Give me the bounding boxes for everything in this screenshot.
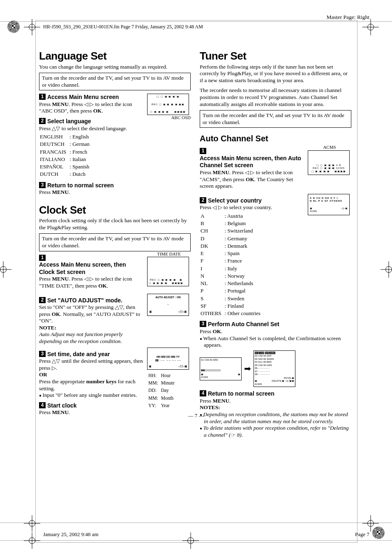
right-column: Tuner Set Perform the following steps on…: [200, 49, 351, 438]
auto-adjust-figure: AUTO ADJUST : ON – ▣◁▽▷▣: [147, 294, 189, 316]
master-page-label: Master Page: Right: [327, 14, 369, 21]
acs-step4-title: Return to normal screen: [208, 390, 274, 398]
registration-mark-icon: [362, 19, 379, 35]
acs-step3-bullet: When Auto Channel Set is completed, the …: [200, 335, 351, 349]
registration-mark-icon: [0, 261, 12, 278]
filename-header: HR-J590_593_290_293EU-001EN.fm Page 7 Fr…: [43, 24, 203, 30]
abc-osd-caption: ABC OSD: [147, 115, 191, 121]
note-body: Auto Adjust may not function properly de…: [39, 331, 143, 345]
acms-caption: ACMS: [308, 145, 351, 150]
clock-set-title: Clock Set: [39, 203, 191, 217]
note-label: NOTE:: [39, 325, 143, 332]
clock-step3-body1: Press △▽ until the desired setting appea…: [39, 358, 143, 371]
step-number-3: 3: [200, 321, 206, 327]
page-number: — 7 —: [0, 412, 392, 419]
step3-body: Press MENU.: [39, 189, 191, 196]
clock-step2-body: Set to "ON" or "OFF" by pressing △▽, the…: [39, 304, 143, 325]
step-number-1: 1: [39, 94, 46, 100]
progress-figure: 01 C03 00 ARD ▮▮▮▯▯▯▯▯▯▯▯▯▯▯▯▯ ▣ACMS▣: [200, 357, 242, 380]
clock-step1-body: Press MENU. Press ◁ ▷ to select the icon…: [39, 276, 143, 289]
time-date-caption: TIME DATE: [147, 251, 191, 257]
abc-osd-figure: ▢ ▢ ▣ ▣ ▣ ▣ REC ▢ ▣ ▣ ▣ ▣ ▣▣ ▢ ▣ ▣ ▣ ▣ ▣…: [147, 94, 189, 115]
footer-page: Page 7: [355, 531, 369, 538]
registration-mark-icon: [24, 19, 40, 35]
acs-step2-body: Press ◁ ▷ to select your country.: [200, 204, 304, 211]
tuner-intro-2: The recorder needs to memorise all neces…: [200, 87, 351, 108]
arrow-right-icon: ➡: [244, 364, 251, 374]
registration-mark-icon: [24, 515, 40, 532]
step2-body: Press △▽ to select the desired language.: [39, 125, 143, 132]
acms-figure: ▢ ▢ ▣ ▣ ▣ A BREC ▢ ▣ ▣ ▣ ACMS▢ ▣ ▣ ▣ ▣ ▣…: [308, 150, 350, 175]
step-number-3: 3: [39, 351, 46, 357]
step-number-3: 3: [39, 182, 46, 188]
country-table: A: AustriaB: BelgiumCH: SwitzerlandD: Ge…: [200, 212, 264, 318]
clock-precondition-box: Turn on the recorder and the TV, and set…: [39, 233, 191, 251]
acs-step3-body: Press OK.: [200, 328, 351, 335]
confirmation-figures: 01 C03 00 ARD ▮▮▮▯▯▯▯▯▯▯▯▯▯▯▯▯ ▣ACMS▣ ➡ …: [200, 350, 351, 387]
tuner-set-title: Tuner Set: [200, 49, 351, 63]
language-set-intro: You can change the language setting manu…: [39, 64, 191, 71]
registration-mark-icon: [380, 261, 392, 278]
clock-set-intro: Perform clock setting only if the clock …: [39, 217, 191, 231]
confirmation-figure: 01 C03 00 ARD02 C02 00 ZDF03 S40 00 WDR3…: [254, 350, 295, 387]
step-number-2: 2: [200, 197, 206, 203]
acs-step4-body: Press MENU.: [200, 398, 351, 405]
country-select-figure: A B CH D DK E F I N NL P S SF OTHERS ▣AC…: [308, 194, 350, 215]
acs-step1-body: Press MENU. Press ◁ ▷ to select the icon…: [200, 169, 304, 190]
clock-step4-title: Start clock: [47, 402, 77, 410]
step-number-4: 4: [39, 402, 46, 408]
tuner-precondition-box: Turn on the recorder and the TV, and set…: [200, 110, 351, 128]
step-number-2: 2: [39, 297, 46, 303]
step-number-1: 1: [200, 148, 206, 154]
time-legend: HH:HourMM:MinuteDD:DayMM:MonthYY:Year: [147, 371, 177, 410]
registration-sunburst-icon: [7, 21, 20, 33]
step3-title: Return to normal screen: [47, 182, 114, 189]
tuner-intro-1: Perform the following steps only if the …: [200, 64, 351, 84]
step1-body: Press MENU. Press ◁ ▷ to select the icon…: [39, 101, 143, 115]
clock-step2-title: Set "AUTO ADJUST" mode.: [47, 297, 122, 304]
notes-label: NOTES:: [200, 404, 351, 411]
language-table: ENGLISH: EnglishDEUTSCH: GermanFRANCAIS:…: [39, 133, 93, 179]
clock-step3-bullet: Input "0" before any single number entri…: [39, 392, 143, 399]
clock-step1-title: Access Main Menu screen, then Clock Set …: [39, 261, 143, 276]
left-column: Language Set You can change the language…: [39, 49, 191, 438]
language-precondition-box: Turn on the recorder and the TV, and set…: [39, 73, 191, 90]
registration-mark-icon: [362, 515, 379, 532]
auto-channel-set-title: Auto Channel Set: [200, 134, 351, 144]
time-date-figure: REC ▢ ▣ ▣ ▣ ▣ ▣▢ ▣ ▣ ▣ ▣ ▣▣▣▣: [147, 257, 189, 286]
step-number-4: 4: [200, 390, 206, 396]
clock-step3-title: Set time, date and year: [47, 351, 110, 358]
footer-date: January 25, 2002 9:48 am: [43, 531, 99, 538]
step-number-2: 2: [39, 118, 46, 124]
step2-title: Select language: [47, 118, 91, 125]
acs-step3-title: Perform Auto Channel Set: [208, 321, 279, 328]
or-label: OR: [39, 371, 47, 378]
step-number-1: 1: [39, 255, 46, 261]
acs-step1-title: Access Main Menu screen, then Auto Chann…: [200, 155, 304, 169]
time-entry-figure: HH MM DD MM YY ▮▮ : – – – – – – – – ▣◁▽▷…: [147, 348, 189, 370]
clock-step3-body2: Press the appropriate number keys for ea…: [39, 378, 143, 392]
language-set-title: Language Set: [39, 49, 191, 63]
acs-step2-title: Select your country: [208, 197, 262, 205]
step1-title: Access Main Menu screen: [47, 94, 119, 101]
registration-mark-icon: [24, 532, 40, 549]
